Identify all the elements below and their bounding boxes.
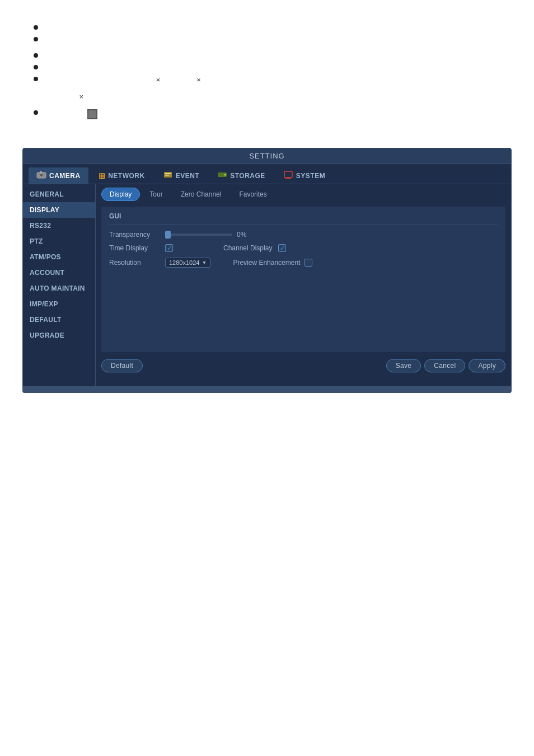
dialog-title: SETTING xyxy=(249,152,284,160)
svg-rect-10 xyxy=(285,178,291,179)
nav-tab-camera-label: CAMERA xyxy=(49,172,81,180)
resolution-label: Resolution xyxy=(109,259,160,267)
resolution-dropdown-arrow: ▼ xyxy=(202,260,207,265)
system-icon xyxy=(283,171,293,180)
nav-tab-system-label: SYSTEM xyxy=(296,172,325,180)
bullet-group-1 xyxy=(34,22,500,41)
transparency-slider-thumb[interactable] xyxy=(165,231,171,239)
bullet-item-1 xyxy=(34,22,500,30)
sidebar: GENERAL DISPLAY RS232 PTZ ATM/POS ACCOUN… xyxy=(23,184,96,386)
sub-tab-zero-channel[interactable]: Zero Channel xyxy=(172,188,230,201)
preview-enhancement-label: Preview Enhancement xyxy=(233,259,300,267)
bullet-dot-3 xyxy=(34,53,38,58)
cancel-button[interactable]: Cancel xyxy=(424,359,465,372)
preview-enhancement-checkbox[interactable]: ✓ xyxy=(305,259,312,267)
dialog-footer xyxy=(23,386,511,393)
section-divider xyxy=(109,225,498,225)
sidebar-item-ptz[interactable]: PTZ xyxy=(23,234,95,249)
bullet-dot-7 xyxy=(34,110,38,115)
time-channel-row: Time Display ✓ Channel Display ✓ xyxy=(109,244,498,252)
sidebar-item-auto-maintain[interactable]: AUTO MAINTAIN xyxy=(23,281,95,296)
nav-tab-event[interactable]: EVENT xyxy=(155,167,208,184)
sidebar-item-general[interactable]: GENERAL xyxy=(23,186,95,202)
sidebar-item-default[interactable]: DEFAULT xyxy=(23,312,95,328)
preview-enhancement-checkbox-box[interactable]: ✓ xyxy=(305,259,312,267)
content-panel: GUI Transparency 0% Time Display xyxy=(101,207,505,352)
channel-display-group: Channel Display ✓ xyxy=(223,244,286,252)
bullet-dot-1 xyxy=(34,25,38,30)
left-buttons: Default xyxy=(101,359,143,372)
bullet-item-2 xyxy=(34,34,500,41)
transparency-label: Transparency xyxy=(109,231,160,239)
bullet-dot-4 xyxy=(34,65,38,69)
right-buttons: Save Cancel Apply xyxy=(386,359,505,372)
section-label: GUI xyxy=(109,212,498,220)
bullet-text-7 xyxy=(45,108,500,120)
time-display-checkbox-box[interactable]: ✓ xyxy=(165,244,173,252)
resolution-dropdown[interactable]: 1280x1024 ▼ xyxy=(165,258,210,268)
sub-tabs: Display Tour Zero Channel Favorites xyxy=(96,184,511,204)
nav-tab-storage-label: STORAGE xyxy=(230,172,265,180)
time-display-check-mark: ✓ xyxy=(167,245,172,252)
time-display-label: Time Display xyxy=(109,244,160,252)
setting-dialog: SETTING CAMERA ⊞ NETWORK xyxy=(22,148,512,393)
nav-tab-storage[interactable]: STORAGE xyxy=(209,167,273,184)
nav-tab-camera[interactable]: CAMERA xyxy=(29,167,88,184)
svg-rect-4 xyxy=(165,173,171,174)
svg-rect-5 xyxy=(165,175,169,176)
svg-rect-8 xyxy=(284,171,292,178)
nav-tab-event-label: EVENT xyxy=(176,172,200,180)
bullet-text-6: × xyxy=(45,91,83,103)
event-icon xyxy=(163,171,173,180)
sub-tab-favorites[interactable]: Favorites xyxy=(231,188,275,201)
apply-button[interactable]: Apply xyxy=(469,359,505,372)
preview-enhancement-group: Preview Enhancement ✓ xyxy=(233,259,312,267)
nav-tab-network-label: NETWORK xyxy=(108,172,145,180)
bottom-bar: Default Save Cancel Apply xyxy=(96,354,511,377)
svg-rect-2 xyxy=(40,171,42,173)
bullet-dot-5 xyxy=(34,77,38,81)
main-content: Display Tour Zero Channel Favorites GUI xyxy=(96,184,511,386)
time-display-checkbox[interactable]: ✓ xyxy=(165,244,173,252)
svg-point-7 xyxy=(224,174,226,176)
bullet-item-7 xyxy=(34,108,500,120)
sidebar-item-upgrade[interactable]: UPGRADE xyxy=(23,328,95,343)
small-square-icon xyxy=(87,109,97,119)
bullet-item-5: × × xyxy=(34,74,500,86)
channel-display-label: Channel Display xyxy=(223,244,274,252)
nav-tabs-bar: CAMERA ⊞ NETWORK EVENT xyxy=(23,164,511,184)
resolution-value: 1280x1024 xyxy=(169,259,199,266)
bullet-item-4 xyxy=(34,62,500,69)
resolution-preview-row: Resolution 1280x1024 ▼ Preview Enhanceme… xyxy=(109,258,498,268)
transparency-slider-track[interactable] xyxy=(165,234,232,236)
sidebar-item-imp-exp[interactable]: IMP/EXP xyxy=(23,296,95,312)
transparency-slider-container: 0% xyxy=(165,231,250,239)
transparency-value: 0% xyxy=(237,231,250,239)
storage-icon xyxy=(217,171,227,180)
camera-icon xyxy=(36,171,46,180)
bullet-item-3 xyxy=(34,50,500,58)
sidebar-item-display[interactable]: DISPLAY xyxy=(23,202,95,218)
save-button[interactable]: Save xyxy=(386,359,421,372)
channel-display-check-mark: ✓ xyxy=(280,245,285,252)
sidebar-item-account[interactable]: ACCOUNT xyxy=(23,265,95,281)
sub-tab-display[interactable]: Display xyxy=(101,188,140,201)
bullet-group-2: × × × xyxy=(34,50,500,120)
bullet-dot-2 xyxy=(34,37,38,41)
sidebar-item-rs232[interactable]: RS232 xyxy=(23,218,95,234)
bullet-text-5: × × xyxy=(45,74,500,86)
transparency-row: Transparency 0% xyxy=(109,231,498,239)
sub-tab-tour[interactable]: Tour xyxy=(141,188,171,201)
text-area: × × × xyxy=(0,0,534,137)
dialog-body: GENERAL DISPLAY RS232 PTZ ATM/POS ACCOUN… xyxy=(23,184,511,386)
dialog-title-bar: SETTING xyxy=(23,148,511,164)
sidebar-item-atm[interactable]: ATM/POS xyxy=(23,249,95,265)
default-button[interactable]: Default xyxy=(101,359,143,372)
nav-tab-system[interactable]: SYSTEM xyxy=(275,167,333,184)
network-icon: ⊞ xyxy=(99,171,106,180)
bullet-item-6: × xyxy=(45,91,500,103)
svg-point-1 xyxy=(40,174,43,177)
nav-tab-network[interactable]: ⊞ NETWORK xyxy=(91,167,153,184)
channel-display-checkbox-box[interactable]: ✓ xyxy=(278,244,286,252)
channel-display-checkbox[interactable]: ✓ xyxy=(278,244,286,252)
